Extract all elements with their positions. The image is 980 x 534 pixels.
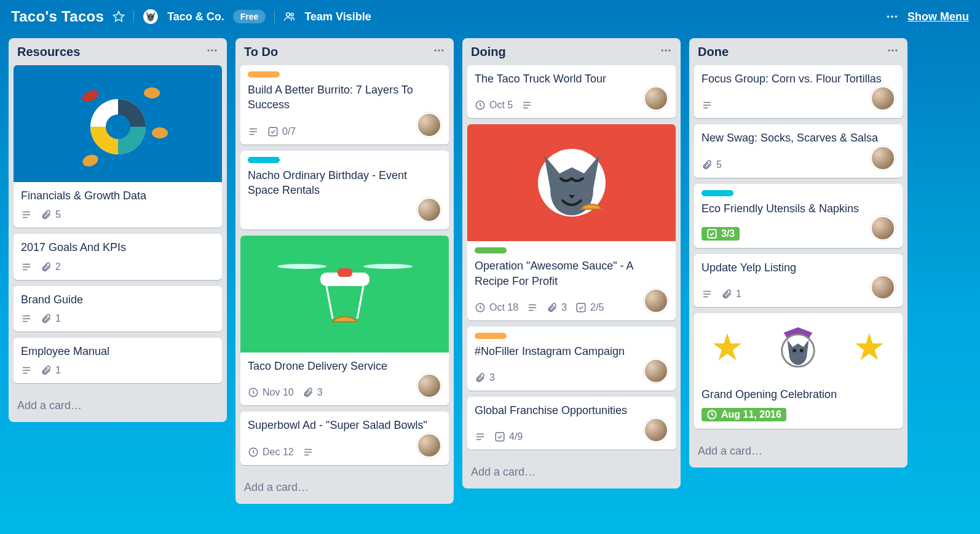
- attachment-count: 2: [55, 261, 61, 273]
- due-date: Dec 12: [263, 447, 294, 458]
- list-name[interactable]: To Do: [244, 45, 278, 59]
- card-title: Employee Manual: [21, 344, 215, 359]
- card[interactable]: ★ ★ Grand Opening Celebration Aug 11, 20…: [694, 313, 903, 429]
- card[interactable]: New Swag: Socks, Scarves & Salsa 5: [694, 124, 903, 177]
- board-title[interactable]: Taco's Tacos: [11, 8, 104, 25]
- member-avatar[interactable]: [871, 216, 895, 241]
- list-todo: To Do Build A Better Burrito: 7 Layers T…: [235, 38, 454, 504]
- list-menu-icon[interactable]: [887, 44, 899, 59]
- member-avatar[interactable]: [417, 433, 441, 458]
- label-green[interactable]: [475, 247, 507, 253]
- label-blue[interactable]: [701, 190, 733, 196]
- show-menu-button[interactable]: Show Menu: [907, 10, 969, 23]
- label-blue[interactable]: [248, 157, 280, 163]
- svg-point-50: [668, 49, 670, 51]
- list-name[interactable]: Done: [698, 45, 729, 59]
- card[interactable]: Superbowl Ad - "Super Salad Bowls" Dec 1…: [240, 412, 449, 464]
- svg-rect-40: [338, 268, 352, 277]
- due-date: Oct 5: [489, 100, 513, 111]
- card[interactable]: Update Yelp Listing 1: [694, 254, 903, 307]
- svg-point-37: [277, 264, 326, 269]
- star-icon[interactable]: [113, 10, 125, 23]
- visibility-label[interactable]: Team Visible: [304, 10, 371, 23]
- description-icon: [248, 126, 259, 137]
- svg-point-15: [144, 87, 160, 98]
- svg-point-5: [291, 14, 293, 16]
- list-name[interactable]: Resources: [17, 45, 80, 59]
- card[interactable]: Financials & Growth Data 5: [14, 65, 222, 228]
- description-icon: [701, 289, 713, 300]
- list-menu-icon[interactable]: [433, 44, 445, 59]
- attachment-badge: 3: [475, 372, 495, 383]
- svg-point-77: [793, 349, 797, 353]
- description-icon: [521, 100, 532, 111]
- attachment-count: 5: [716, 159, 722, 170]
- svg-point-6: [887, 15, 890, 18]
- more-icon[interactable]: [885, 10, 899, 23]
- card-title: #NoFiller Instagram Campaign: [475, 344, 668, 359]
- card[interactable]: Employee Manual 1: [14, 338, 222, 383]
- svg-point-2: [148, 16, 150, 18]
- attachment-badge: 3: [302, 387, 323, 398]
- member-avatar[interactable]: [644, 289, 668, 313]
- card[interactable]: Focus Group: Corn vs. Flour Tortillas: [694, 65, 903, 118]
- member-avatar[interactable]: [644, 86, 668, 111]
- card[interactable]: 2017 Goals And KPIs 2: [14, 234, 222, 279]
- member-avatar[interactable]: [871, 146, 895, 170]
- due-date-complete-badge: Aug 11, 2016: [701, 408, 786, 421]
- card-title: Superbowl Ad - "Super Salad Bowls": [248, 418, 441, 432]
- description-icon: [475, 431, 486, 442]
- add-card-button[interactable]: Add a card…: [235, 474, 454, 504]
- card[interactable]: Global Franchise Opportunities 4/9: [467, 397, 676, 450]
- description-icon: [701, 100, 713, 111]
- checklist-complete-badge: 3/3: [701, 227, 740, 241]
- member-avatar[interactable]: [871, 275, 895, 300]
- attachment-badge: 3: [547, 302, 567, 313]
- card[interactable]: Taco Drone Delivery Service Nov 10 3: [240, 236, 449, 405]
- separator: [274, 10, 275, 23]
- list-name[interactable]: Doing: [471, 45, 506, 59]
- board-header: Taco's Tacos Taco & Co. Free Team Visibl…: [0, 0, 980, 33]
- checklist-count: 3/3: [721, 228, 735, 239]
- list-menu-icon[interactable]: [660, 44, 672, 59]
- member-avatar[interactable]: [644, 359, 668, 383]
- attachment-badge: 5: [701, 159, 722, 170]
- checklist-count: 2/5: [590, 302, 604, 313]
- card-cover-image: ★ ★: [694, 313, 903, 381]
- member-avatar[interactable]: [871, 86, 895, 111]
- description-icon: [527, 302, 538, 313]
- member-avatar[interactable]: [644, 418, 668, 442]
- add-card-button[interactable]: Add a card…: [462, 458, 681, 488]
- card-cover-image: [14, 65, 222, 182]
- member-avatar[interactable]: [417, 197, 441, 222]
- member-avatar[interactable]: [417, 113, 441, 137]
- svg-point-67: [895, 49, 897, 51]
- card[interactable]: #NoFiller Instagram Campaign 3: [467, 327, 676, 391]
- attachment-badge: 5: [41, 209, 61, 220]
- list-menu-icon[interactable]: [206, 44, 218, 59]
- card[interactable]: Operation "Awesome Sauce" - A Recipe For…: [467, 124, 676, 321]
- label-orange[interactable]: [475, 333, 507, 339]
- due-date-badge: Nov 10: [248, 387, 294, 398]
- people-icon: [283, 10, 296, 23]
- card[interactable]: Eco Friendly Utensils & Napkins 3/3: [694, 184, 903, 248]
- add-card-button[interactable]: Add a card…: [9, 392, 227, 422]
- card-title: New Swag: Socks, Scarves & Salsa: [701, 130, 895, 145]
- svg-point-11: [215, 49, 216, 51]
- svg-point-31: [438, 49, 440, 51]
- svg-point-4: [286, 13, 290, 17]
- org-name[interactable]: Taco & Co.: [167, 10, 224, 23]
- card-title: Nacho Ordinary Birthday - Event Space Re…: [248, 168, 441, 198]
- svg-point-3: [152, 16, 154, 18]
- card[interactable]: Nacho Ordinary Birthday - Event Space Re…: [240, 151, 449, 230]
- label-orange[interactable]: [248, 71, 280, 78]
- plan-badge[interactable]: Free: [233, 10, 266, 23]
- card[interactable]: Build A Better Burrito: 7 Layers To Succ…: [240, 65, 449, 145]
- member-avatar[interactable]: [417, 373, 441, 398]
- svg-line-42: [357, 286, 363, 319]
- card[interactable]: The Taco Truck World Tour Oct 5: [467, 65, 676, 118]
- card[interactable]: Brand Guide 1: [14, 286, 222, 332]
- attachment-count: 5: [55, 209, 61, 220]
- add-card-button[interactable]: Add a card…: [689, 437, 907, 468]
- star-sticker-icon: ★: [853, 325, 886, 369]
